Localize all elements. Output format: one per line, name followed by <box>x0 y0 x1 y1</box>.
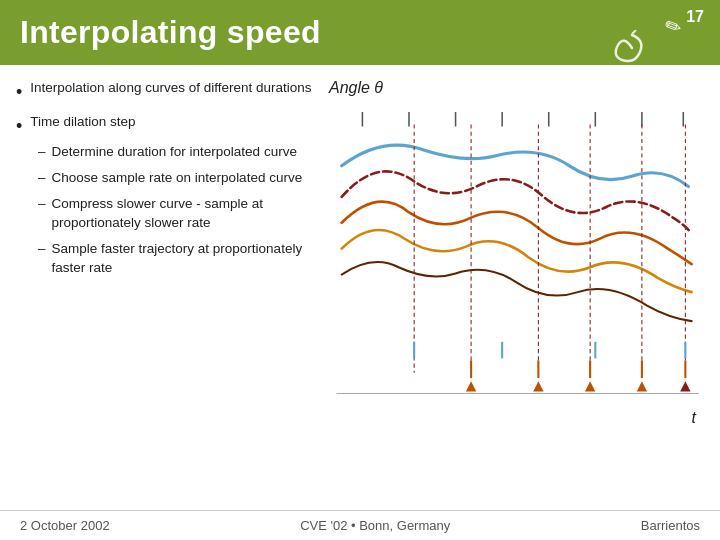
sub-text-1: Determine duration for interpolated curv… <box>52 143 297 162</box>
sub-bullet-1: – Determine duration for interpolated cu… <box>38 143 313 162</box>
svg-marker-24 <box>680 381 690 391</box>
main-content: • Interpolation along curves of differen… <box>0 65 720 500</box>
left-column: • Interpolation along curves of differen… <box>16 79 321 500</box>
slide-number: 17 <box>686 8 704 26</box>
right-column: Angle θ <box>321 79 704 500</box>
sub-dash-1: – <box>38 143 46 162</box>
header-title: Interpolating speed <box>20 14 321 51</box>
sub-text-4: Sample faster trajectory at proportionat… <box>52 240 313 278</box>
footer-author: Barrientos <box>641 518 700 533</box>
chart-container <box>321 99 704 419</box>
svg-marker-22 <box>585 381 595 391</box>
bullet-dot-2: • <box>16 114 22 139</box>
sub-bullets: – Determine duration for interpolated cu… <box>38 143 313 277</box>
bullet-text-1: Interpolation along curves of different … <box>30 79 311 98</box>
chart-svg <box>321 99 704 419</box>
bullet-2: • Time dilation step <box>16 113 313 139</box>
sub-bullet-3: – Compress slower curve - sample at prop… <box>38 195 313 233</box>
sub-text-3: Compress slower curve - sample at propor… <box>52 195 313 233</box>
svg-marker-23 <box>637 381 647 391</box>
sub-dash-3: – <box>38 195 46 214</box>
footer-date: 2 October 2002 <box>20 518 110 533</box>
sub-text-2: Choose sample rate on interpolated curve <box>52 169 303 188</box>
svg-line-0 <box>632 30 636 34</box>
svg-marker-21 <box>533 381 543 391</box>
bullet-1: • Interpolation along curves of differen… <box>16 79 313 105</box>
sub-dash-4: – <box>38 240 46 259</box>
cursor-icon <box>610 30 650 82</box>
bullet-text-2: Time dilation step <box>30 113 135 132</box>
footer: 2 October 2002 CVE '02 • Bonn, Germany B… <box>0 510 720 540</box>
footer-center: CVE '02 • Bonn, Germany <box>300 518 450 533</box>
sub-dash-2: – <box>38 169 46 188</box>
sub-bullet-4: – Sample faster trajectory at proportion… <box>38 240 313 278</box>
footer-center-text: CVE '02 • Bonn, Germany <box>300 518 450 533</box>
bullet-dot-1: • <box>16 80 22 105</box>
sub-bullet-2: – Choose sample rate on interpolated cur… <box>38 169 313 188</box>
svg-marker-20 <box>466 381 476 391</box>
